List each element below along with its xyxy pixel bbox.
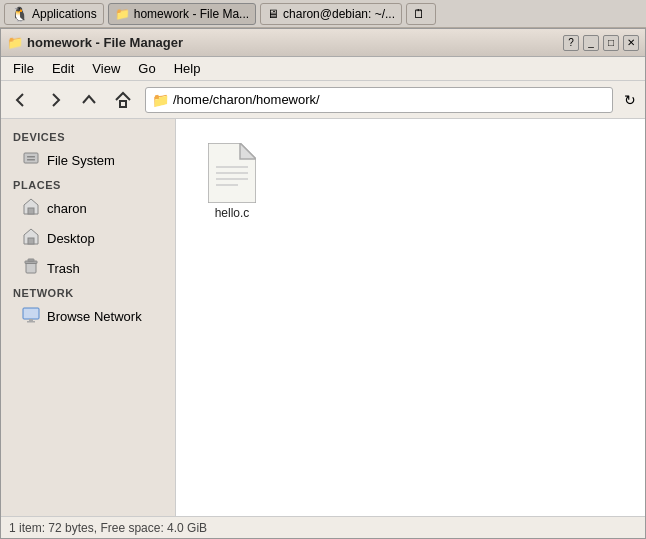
forward-button[interactable] — [39, 85, 71, 115]
apps-icon: 🐧 — [11, 6, 28, 22]
toolbar: 📁 ↻ — [1, 81, 645, 119]
svg-marker-13 — [240, 143, 256, 159]
taskbar-tab-terminal[interactable]: 🖥 charon@debian: ~/... — [260, 3, 402, 25]
filesystem-icon — [21, 149, 41, 171]
home-button[interactable] — [107, 85, 139, 115]
menu-go[interactable]: Go — [130, 59, 163, 78]
back-button[interactable] — [5, 85, 37, 115]
help-button[interactable]: ? — [563, 35, 579, 51]
taskbar: 🐧 Applications 📁 homework - File Ma... 🖥… — [0, 0, 646, 28]
trash-label: Trash — [47, 261, 80, 276]
svg-rect-6 — [26, 263, 36, 273]
sidebar-section-network: NETWORK — [1, 283, 175, 301]
file-manager-window: 📁 homework - File Manager ? _ □ ✕ File E… — [0, 28, 646, 539]
taskbar-apps-label: Applications — [32, 7, 97, 21]
menu-file[interactable]: File — [5, 59, 42, 78]
svg-rect-2 — [27, 156, 35, 158]
filemanager-tab-label: homework - File Ma... — [134, 7, 249, 21]
filesystem-label: File System — [47, 153, 115, 168]
svg-rect-9 — [23, 308, 39, 319]
svg-rect-0 — [120, 101, 126, 107]
svg-rect-1 — [24, 153, 38, 163]
terminal-tab-label: charon@debian: ~/... — [283, 7, 395, 21]
reload-button[interactable]: ↻ — [619, 89, 641, 111]
filemanager-tab-icon: 📁 — [115, 7, 130, 21]
sidebar-item-charon[interactable]: charon — [1, 193, 175, 223]
file-item-hello-c[interactable]: hello.c — [192, 135, 272, 228]
status-text: 1 item: 72 bytes, Free space: 4.0 GiB — [9, 521, 207, 535]
svg-rect-5 — [28, 238, 34, 244]
menu-help[interactable]: Help — [166, 59, 209, 78]
window-title: homework - File Manager — [27, 35, 183, 50]
file-icon-hello-c — [208, 143, 256, 206]
taskbar-tab-filemanager[interactable]: 📁 homework - File Ma... — [108, 3, 256, 25]
titlebar: 📁 homework - File Manager ? _ □ ✕ — [1, 29, 645, 57]
taskbar-apps[interactable]: 🐧 Applications — [4, 3, 104, 25]
extra-tab-icon: 🗒 — [413, 7, 425, 21]
close-button[interactable]: ✕ — [623, 35, 639, 51]
sidebar-item-trash[interactable]: Trash — [1, 253, 175, 283]
svg-rect-8 — [28, 259, 34, 261]
sidebar-item-desktop[interactable]: Desktop — [1, 223, 175, 253]
charon-icon — [21, 197, 41, 219]
file-area: hello.c — [176, 119, 645, 516]
sidebar-section-places: PLACES — [1, 175, 175, 193]
titlebar-folder-icon: 📁 — [7, 35, 23, 50]
main-area: DEVICESFile SystemPLACEScharonDesktopTra… — [1, 119, 645, 516]
file-name-hello-c: hello.c — [215, 206, 250, 220]
svg-rect-10 — [29, 319, 33, 321]
menu-view[interactable]: View — [84, 59, 128, 78]
desktop-label: Desktop — [47, 231, 95, 246]
network-icon — [21, 305, 41, 327]
up-button[interactable] — [73, 85, 105, 115]
desktop-icon — [21, 227, 41, 249]
sidebar-item-filesystem[interactable]: File System — [1, 145, 175, 175]
terminal-tab-icon: 🖥 — [267, 7, 279, 21]
sidebar-section-devices: DEVICES — [1, 127, 175, 145]
svg-rect-3 — [27, 159, 35, 161]
location-folder-icon: 📁 — [152, 92, 169, 108]
svg-rect-4 — [28, 208, 34, 214]
menubar: File Edit View Go Help — [1, 57, 645, 81]
svg-rect-11 — [27, 321, 35, 323]
trash-icon — [21, 257, 41, 279]
taskbar-tab-extra[interactable]: 🗒 — [406, 3, 436, 25]
location-input[interactable] — [173, 92, 606, 107]
charon-label: charon — [47, 201, 87, 216]
statusbar: 1 item: 72 bytes, Free space: 4.0 GiB — [1, 516, 645, 538]
minimize-button[interactable]: _ — [583, 35, 599, 51]
network-label: Browse Network — [47, 309, 142, 324]
sidebar-item-network[interactable]: Browse Network — [1, 301, 175, 331]
menu-edit[interactable]: Edit — [44, 59, 82, 78]
sidebar: DEVICESFile SystemPLACEScharonDesktopTra… — [1, 119, 176, 516]
location-bar: 📁 — [145, 87, 613, 113]
maximize-button[interactable]: □ — [603, 35, 619, 51]
